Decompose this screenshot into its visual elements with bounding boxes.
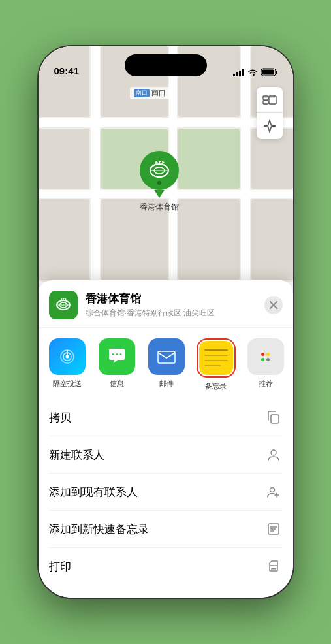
more-label: 推荐 [259,379,273,389]
phone-frame: 09:41 [39,46,293,598]
action-copy[interactable]: 拷贝 [49,399,283,436]
more-dots [261,353,270,361]
south-gate-badge: 南口 [134,89,150,97]
dot-yellow [266,353,270,356]
airdrop-label: 隔空投送 [53,379,82,389]
venue-stadium-icon [54,296,72,314]
add-contact-label: 添加到现有联系人 [49,485,138,500]
dynamic-island [125,54,207,76]
svg-marker-47 [163,161,165,163]
svg-marker-56 [65,298,67,300]
signal-icon [233,69,244,76]
svg-point-61 [65,355,69,359]
svg-rect-8 [39,118,293,127]
copy-label: 拷贝 [49,410,71,425]
svg-rect-77 [271,568,276,570]
action-quick-note[interactable]: 添加到新快速备忘录 [49,511,283,548]
share-app-more[interactable]: 推荐 [242,338,289,391]
bottom-sheet: 香港体育馆 综合体育馆·香港特别行政区 油尖旺区 [39,280,293,598]
stadium-icon [147,158,172,183]
phone-screen: 09:41 [39,46,293,598]
new-contact-label: 新建联系人 [49,447,104,462]
svg-rect-32 [263,96,268,100]
new-contact-icon [264,445,283,464]
pin-circle [140,151,179,190]
svg-rect-6 [276,71,277,74]
mail-icon [148,338,185,375]
action-list: 拷贝 新建联系人 [39,399,293,585]
svg-marker-54 [61,298,63,300]
messages-icon [99,338,135,375]
mail-label: 邮件 [159,379,174,389]
quick-note-icon [264,520,283,538]
notes-label: 备忘录 [205,381,227,391]
svg-rect-5 [262,70,274,75]
action-add-contact[interactable]: 添加到现有联系人 [49,474,283,511]
svg-rect-0 [233,74,235,76]
svg-rect-30 [100,129,101,189]
add-contact-icon [264,483,283,501]
share-app-messages[interactable]: 信息 [93,338,140,391]
quick-note-label: 添加到新快速备忘录 [49,522,149,537]
svg-rect-38 [270,99,274,99]
share-app-mail[interactable]: 邮件 [143,338,190,391]
wifi-icon [247,69,258,76]
close-button[interactable] [264,296,283,314]
venue-info: 香港体育馆 综合体育馆·香港特别行政区 油尖旺区 [86,291,257,319]
map-type-icon [262,93,277,107]
status-time: 09:41 [54,65,79,76]
messages-svg [106,346,128,368]
notes-icon-bg [199,341,233,375]
messages-label: 信息 [110,379,124,389]
svg-rect-36 [264,99,267,99]
dot-gray [266,358,270,361]
action-print[interactable]: 打印 [49,548,283,585]
south-gate-label: 南口 南口 [130,87,170,99]
print-label: 打印 [49,559,71,574]
notes-line-1 [204,349,228,351]
share-app-airdrop[interactable]: 隔空投送 [44,338,91,391]
dot-red [261,353,264,356]
svg-rect-3 [242,69,244,76]
svg-rect-24 [178,199,240,280]
battery-icon [261,68,277,76]
svg-rect-2 [239,71,241,76]
notes-line-2 [204,355,228,356]
share-app-notes[interactable]: 备忘录 [193,338,240,391]
dot-green [261,358,264,361]
share-apps-row: 隔空投送 信息 [39,328,293,399]
south-gate-text: 南口 [151,88,166,98]
map-controls[interactable] [257,87,283,139]
location-button[interactable] [257,113,283,139]
notes-line-4 [204,365,221,366]
svg-rect-33 [263,101,268,104]
svg-rect-67 [271,415,279,423]
location-icon [262,119,277,133]
pin-label: 香港体育馆 [140,202,179,213]
svg-marker-45 [156,161,158,163]
svg-point-69 [270,488,274,492]
pin-tail [154,190,165,198]
map-type-button[interactable] [257,87,283,113]
mail-svg [155,346,178,368]
more-icon-bg [247,338,284,375]
airdrop-icon [49,338,86,375]
svg-point-68 [271,450,276,455]
svg-point-64 [116,353,118,355]
svg-rect-18 [39,129,89,189]
svg-marker-55 [63,298,65,300]
airdrop-svg [56,346,78,368]
svg-rect-20 [178,129,240,189]
close-icon [270,301,277,309]
venue-name: 香港体育馆 [86,291,257,306]
svg-point-65 [119,353,121,355]
copy-icon [264,408,283,427]
svg-rect-25 [251,199,293,280]
notes-line-3 [204,360,228,361]
action-new-contact[interactable]: 新建联系人 [49,436,283,474]
venue-subtitle: 综合体育馆·香港特别行政区 油尖旺区 [86,308,257,319]
notes-selected-border [197,338,236,378]
stadium-pin[interactable]: 香港体育馆 [140,151,179,213]
status-icons [233,68,277,76]
venue-icon [49,291,78,319]
